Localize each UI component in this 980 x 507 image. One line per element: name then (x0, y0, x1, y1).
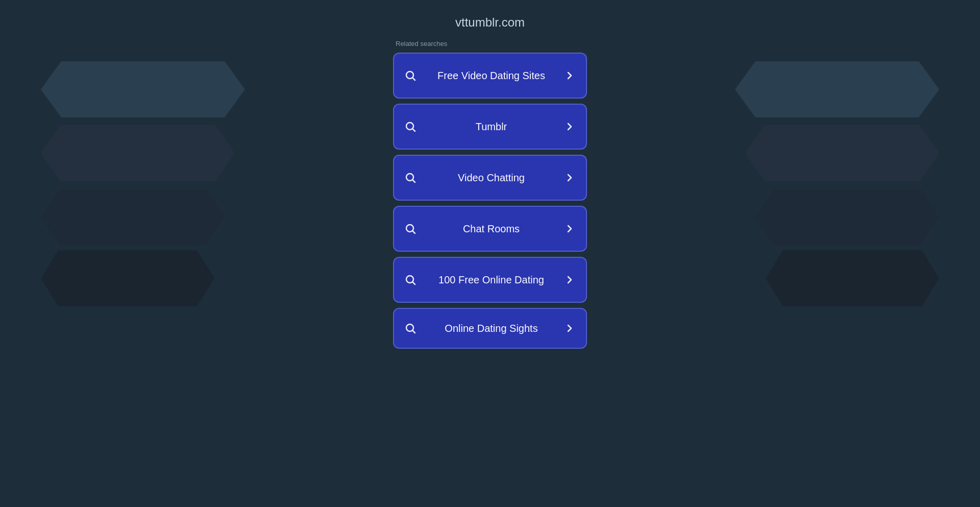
bg-shape-right-2 (745, 125, 939, 181)
related-searches-label: Related searches (396, 40, 447, 47)
search-item-video-chatting[interactable]: Video Chatting (393, 155, 587, 201)
svg-line-9 (413, 282, 415, 284)
bg-shape-left-2 (41, 125, 235, 181)
chevron-right-icon (564, 69, 576, 82)
search-item-online-dating-sights[interactable]: Online Dating Sights (393, 308, 587, 349)
svg-line-1 (413, 78, 415, 80)
chevron-right-icon (564, 322, 576, 334)
bg-shape-right-4 (766, 250, 939, 306)
search-item-label: Tumblr (424, 121, 558, 133)
search-item-label: 100 Free Online Dating (424, 274, 558, 286)
bg-shape-left-3 (41, 189, 225, 245)
chevron-right-icon (564, 120, 576, 133)
search-items-list: Free Video Dating Sites Tumblr (393, 53, 587, 349)
svg-line-7 (413, 231, 415, 233)
chevron-right-icon (564, 172, 576, 184)
search-icon (404, 274, 416, 286)
search-icon (404, 322, 416, 334)
svg-line-5 (413, 180, 415, 182)
main-content: vttumblr.com Related searches Free Video… (393, 0, 587, 349)
search-item-free-video-dating[interactable]: Free Video Dating Sites (393, 53, 587, 99)
search-icon (404, 223, 416, 235)
search-item-label: Online Dating Sights (424, 323, 558, 334)
chevron-right-icon (564, 274, 576, 286)
bg-shape-right-1 (735, 61, 939, 117)
search-item-100-free-online-dating[interactable]: 100 Free Online Dating (393, 257, 587, 303)
search-item-label: Free Video Dating Sites (424, 70, 558, 82)
search-icon (404, 69, 416, 82)
chevron-right-icon (564, 223, 576, 235)
search-icon (404, 172, 416, 184)
svg-line-3 (413, 129, 415, 131)
search-item-label: Video Chatting (424, 172, 558, 184)
svg-line-11 (413, 331, 415, 333)
search-item-label: Chat Rooms (424, 223, 558, 235)
search-item-chat-rooms[interactable]: Chat Rooms (393, 206, 587, 252)
site-title: vttumblr.com (455, 15, 525, 30)
bg-shape-right-3 (755, 189, 939, 245)
search-item-tumblr[interactable]: Tumblr (393, 104, 587, 150)
bg-shape-left-1 (41, 61, 245, 117)
bg-shape-left-4 (41, 250, 214, 306)
search-icon (404, 120, 416, 133)
